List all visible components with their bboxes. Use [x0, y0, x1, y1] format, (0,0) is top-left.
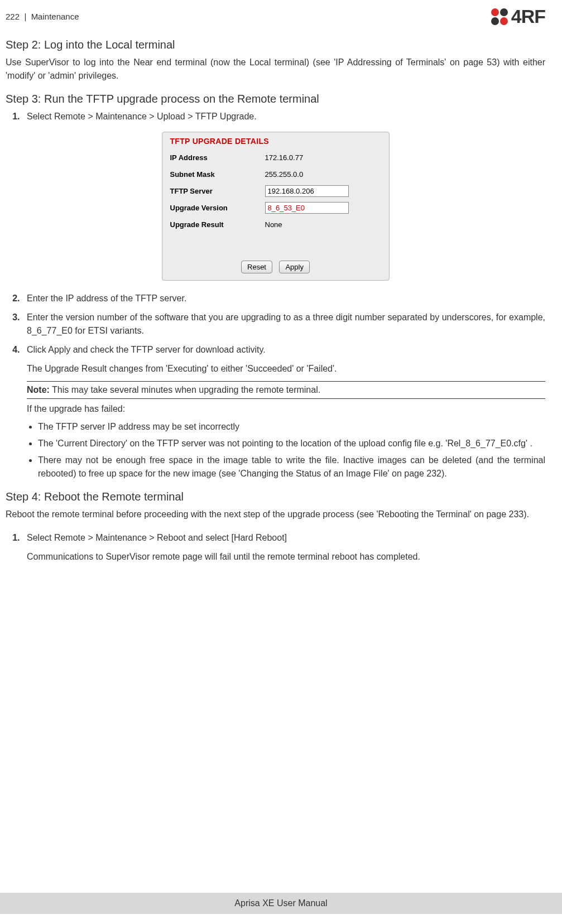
logo-dots-icon [491, 8, 508, 25]
tftp-upgrade-panel: TFTP UPGRADE DETAILS IP Address 172.16.0… [162, 132, 390, 281]
upgrade-result-value: None [265, 220, 282, 229]
failed-intro: If the upgrade has failed: [27, 402, 545, 416]
upgrade-version-input[interactable] [265, 202, 349, 214]
section-name: Maintenance [31, 12, 79, 21]
page-number: 222 [6, 12, 20, 21]
upgrade-result-label: Upgrade Result [170, 220, 265, 229]
subnet-mask-label: Subnet Mask [170, 170, 265, 179]
tftp-server-row: TFTP Server [162, 182, 389, 199]
step3-item2: Enter the IP address of the TFTP server. [22, 292, 545, 305]
step3-item4-sub: The Upgrade Result changes from 'Executi… [27, 362, 545, 376]
step3-item3: Enter the version number of the software… [22, 311, 545, 338]
company-logo: 4RF [491, 6, 545, 27]
fail-bullet-1: The TFTP server IP address may be set in… [38, 420, 545, 434]
upgrade-version-label: Upgrade Version [170, 204, 265, 212]
note-box: Note: This may take several minutes when… [27, 381, 545, 399]
note-text: This may take several minutes when upgra… [50, 385, 320, 394]
apply-button[interactable]: Apply [279, 261, 310, 273]
fail-bullet-2: The 'Current Directory' on the TFTP serv… [38, 437, 545, 450]
tftp-server-input[interactable] [265, 185, 349, 197]
logo-text: 4RF [511, 6, 545, 27]
footer-text: Aprisa XE User Manual [234, 898, 327, 908]
subnet-mask-value: 255.255.0.0 [265, 170, 304, 179]
separator: | [24, 12, 26, 21]
step2-text: Use SuperVisor to log into the Near end … [6, 56, 545, 83]
step4-item1-sub: Communications to SuperVisor remote page… [27, 550, 545, 564]
step3-item1: Select Remote > Maintenance > Upload > T… [22, 110, 545, 123]
step4-text: Reboot the remote terminal before procee… [6, 508, 545, 521]
page-header: 222 | Maintenance 4RF [6, 6, 545, 27]
step3-heading: Step 3: Run the TFTP upgrade process on … [6, 93, 545, 105]
step4-heading: Step 4: Reboot the Remote terminal [6, 490, 545, 503]
step2-heading: Step 2: Log into the Local terminal [6, 38, 545, 51]
ip-address-label: IP Address [170, 153, 265, 162]
fail-bullet-3: There may not be enough free space in th… [38, 454, 545, 480]
step3-item4: Click Apply and check the TFTP server fo… [22, 343, 545, 376]
page-footer: Aprisa XE User Manual [0, 893, 562, 914]
ip-address-value: 172.16.0.77 [265, 153, 304, 162]
reset-button[interactable]: Reset [241, 261, 272, 273]
panel-title: TFTP UPGRADE DETAILS [162, 134, 389, 149]
note-label: Note: [27, 385, 50, 394]
header-left: 222 | Maintenance [6, 12, 79, 21]
step4-item1: Select Remote > Maintenance > Reboot and… [22, 531, 545, 564]
tftp-server-label: TFTP Server [170, 187, 265, 195]
ip-address-row: IP Address 172.16.0.77 [162, 149, 389, 166]
subnet-mask-row: Subnet Mask 255.255.0.0 [162, 166, 389, 182]
upgrade-result-row: Upgrade Result None [162, 216, 389, 233]
upgrade-version-row: Upgrade Version [162, 199, 389, 216]
